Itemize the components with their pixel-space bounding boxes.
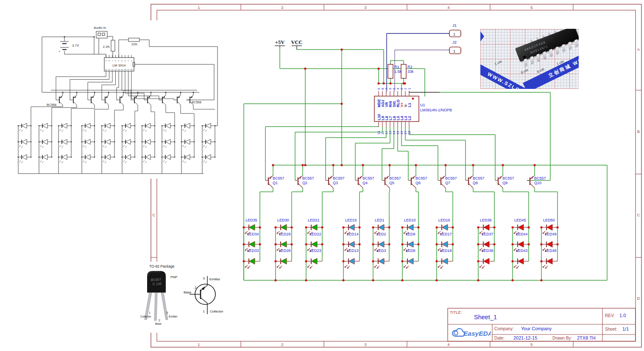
led-led38[interactable] <box>484 258 490 264</box>
resistor-value[interactable]: 33k <box>407 69 414 74</box>
led-label[interactable]: LED29 <box>279 232 291 236</box>
led-label[interactable]: LED14 <box>347 232 359 236</box>
led-led18[interactable] <box>442 258 448 264</box>
transistor-ref[interactable]: Q9 <box>502 181 507 185</box>
led-label[interactable]: LED38 <box>482 249 493 253</box>
led-led28[interactable] <box>281 258 287 264</box>
led-led10[interactable] <box>408 224 414 230</box>
transistor-part[interactable]: BC557 <box>415 176 427 180</box>
date-value[interactable]: 2021-12-15 <box>513 335 537 340</box>
transistor-part[interactable]: BC557 <box>362 176 374 180</box>
led-led13[interactable] <box>349 258 355 264</box>
transistor-ref[interactable]: Q10 <box>534 181 541 185</box>
led-led49[interactable] <box>547 241 553 247</box>
transistor-part[interactable]: BC557 <box>302 176 314 180</box>
resistor-r1[interactable] <box>388 64 393 78</box>
transistor-part[interactable]: BC557 <box>333 176 345 180</box>
led-label[interactable]: LED3 <box>376 249 386 253</box>
transistor-ref[interactable]: Q5 <box>389 181 394 185</box>
led-label[interactable]: LED2 <box>376 232 386 236</box>
transistor-ref[interactable]: Q3 <box>333 181 338 185</box>
led-label[interactable]: LED33 <box>247 249 259 253</box>
sheet-title[interactable]: Sheet_1 <box>474 314 497 321</box>
led-label[interactable]: LED35 <box>245 218 257 222</box>
led-label[interactable]: LED10 <box>404 218 416 222</box>
connector-ref[interactable]: J1 <box>452 23 457 28</box>
to92-package-image[interactable]: TO-92 PackageBC557D 166PNP1Collector3Emi… <box>140 262 231 333</box>
connector-pin-number[interactable]: 1 <box>453 32 455 36</box>
transistor-part[interactable]: BC557 <box>473 176 485 180</box>
transistor-ref[interactable]: Q2 <box>302 181 307 185</box>
net-flag-vcc[interactable]: VCC <box>291 39 302 45</box>
led-label[interactable]: LED1 <box>375 218 385 222</box>
led-label[interactable]: LED45 <box>514 218 526 222</box>
led-led15[interactable] <box>349 224 355 230</box>
led-label[interactable]: LED22 <box>309 232 321 236</box>
reference-schematic-image[interactable]: +3.7VAudio in2.2K22KLM 39149108117126135… <box>12 20 221 179</box>
led-label[interactable]: LED36 <box>480 218 492 222</box>
transistor-ref[interactable]: Q6 <box>415 181 421 185</box>
led-label[interactable]: LED50 <box>543 218 555 222</box>
transistor-ref[interactable]: Q7 <box>445 181 450 185</box>
led-label[interactable]: LED44 <box>516 232 528 236</box>
transistor-part[interactable]: BC557 <box>502 176 514 180</box>
led-led9[interactable] <box>408 241 414 247</box>
led-led48[interactable] <box>547 258 553 264</box>
led-led34[interactable] <box>249 241 255 247</box>
led-label[interactable]: LED15 <box>345 218 357 222</box>
transistor-ref[interactable]: Q4 <box>362 181 368 185</box>
led-led2[interactable] <box>379 241 385 247</box>
led-led36[interactable] <box>484 224 490 230</box>
led-led43[interactable] <box>518 258 524 264</box>
transistor-ref[interactable]: Q1 <box>273 181 278 185</box>
led-label[interactable]: LED49 <box>545 232 557 236</box>
resistor-value[interactable]: 1.5k <box>394 69 402 74</box>
ic-part[interactable]: LM3914N-1/NOPB <box>420 108 452 112</box>
led-led17[interactable] <box>442 241 448 247</box>
led-label[interactable]: LED28 <box>279 249 291 253</box>
led-label[interactable]: LED16 <box>438 218 450 222</box>
transistor-part[interactable]: BC557 <box>445 176 457 180</box>
led-led21[interactable] <box>312 224 318 230</box>
led-led45[interactable] <box>518 224 524 230</box>
led-label[interactable]: LED9 <box>406 232 415 236</box>
transistor-ref[interactable]: Q8 <box>473 181 478 185</box>
resistor-r2[interactable] <box>401 64 406 78</box>
resistor-ref[interactable]: R1 <box>394 65 399 69</box>
led-led23[interactable] <box>312 258 318 264</box>
net-flag-5v[interactable]: +5V <box>275 39 284 45</box>
led-led14[interactable] <box>349 241 355 247</box>
connector-pin-number[interactable]: 1 <box>453 49 455 53</box>
led-led35[interactable] <box>249 224 255 230</box>
led-led29[interactable] <box>281 241 287 247</box>
led-label[interactable]: LED13 <box>347 249 359 253</box>
led-label[interactable]: LED8 <box>406 249 415 253</box>
company-value[interactable]: Your Company <box>521 326 552 331</box>
led-led8[interactable] <box>408 258 414 264</box>
led-label[interactable]: LED17 <box>440 232 452 236</box>
led-label[interactable]: LED21 <box>308 218 320 222</box>
transistor-part[interactable]: BC557 <box>534 176 546 180</box>
led-label[interactable]: LED37 <box>482 232 493 236</box>
led-led22[interactable] <box>312 241 318 247</box>
led-led44[interactable] <box>518 241 524 247</box>
led-label[interactable]: LED30 <box>277 218 289 222</box>
ic-ref[interactable]: U1 <box>420 103 425 107</box>
connector-ref[interactable]: J2 <box>452 40 457 44</box>
led-led37[interactable] <box>484 241 490 247</box>
led-label[interactable]: LED34 <box>247 232 259 236</box>
drawn-by-value[interactable]: 2TX8 TH <box>577 335 596 340</box>
led-led50[interactable] <box>547 224 553 230</box>
transistor-part[interactable]: BC557 <box>273 176 284 180</box>
led-label[interactable]: LED23 <box>309 249 321 253</box>
led-led30[interactable] <box>281 224 287 230</box>
led-label[interactable]: LED18 <box>440 249 452 253</box>
resistor-ref[interactable]: R2 <box>407 65 413 69</box>
ic-photo[interactable]: 1 cm 0 cm 0 cm 1 cm WWW.SZLCSC.COM 立创商城 … <box>480 29 579 89</box>
led-led1[interactable] <box>379 224 385 230</box>
led-led3[interactable] <box>379 258 385 264</box>
sheet-value[interactable]: 1/1 <box>622 326 629 332</box>
led-label[interactable]: LED43 <box>516 249 528 253</box>
rev-value[interactable]: 1.0 <box>619 313 626 318</box>
led-led33[interactable] <box>249 258 255 264</box>
